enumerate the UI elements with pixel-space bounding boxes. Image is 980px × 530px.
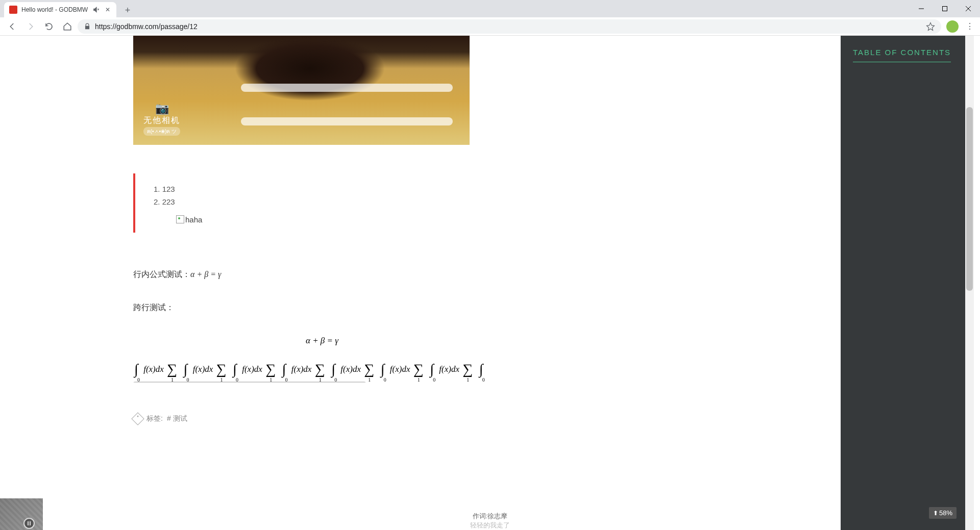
broken-image-alt: haha	[185, 215, 202, 224]
new-tab-button[interactable]: +	[120, 3, 135, 17]
toc-title: TABLE OF CONTENTS	[853, 48, 951, 62]
hero-image: 📷 无他相机 ฅ(•ㅅ•❀)ฅ ツ	[133, 36, 470, 145]
lyric-line-1: 作词:徐志摩	[470, 512, 510, 521]
pause-icon[interactable]	[23, 518, 35, 529]
close-tab-icon[interactable]: ✕	[104, 6, 111, 13]
list-item: 223	[154, 197, 511, 206]
window-controls	[910, 0, 980, 17]
article: 📷 无他相机 ฅ(•ㅅ•❀)ฅ ツ 123 223 haha 行内公式测试：α …	[133, 36, 511, 423]
mute-icon[interactable]	[93, 6, 100, 13]
broken-image-icon	[176, 215, 184, 223]
tags-value[interactable]: # 测试	[167, 414, 187, 423]
minimize-button[interactable]	[910, 0, 933, 17]
media-player-thumb[interactable]: ›	[0, 498, 43, 530]
toc-sidebar: TABLE OF CONTENTS	[841, 36, 965, 530]
back-button[interactable]	[4, 18, 20, 35]
browser-tab[interactable]: Hello world! - GODBMW ✕	[4, 2, 116, 17]
browser-titlebar: Hello world! - GODBMW ✕ +	[0, 0, 980, 17]
profile-avatar[interactable]	[946, 20, 959, 33]
block-math-label: 跨行测试：	[133, 302, 511, 313]
inline-math-row: 行内公式测试：α + β = γ	[133, 269, 511, 280]
horizontal-scrollbar[interactable]	[133, 382, 366, 383]
watermark-sub: ฅ(•ㅅ•❀)ฅ ツ	[143, 127, 180, 136]
scrollbar-thumb[interactable]	[966, 107, 973, 291]
broken-image: haha	[176, 215, 202, 224]
page-viewport: 📷 无他相机 ฅ(•ㅅ•❀)ฅ ツ 123 223 haha 行内公式测试：α …	[0, 36, 980, 530]
arrow-up-icon: ⬆	[933, 510, 938, 517]
lock-icon	[84, 23, 91, 30]
article-scroll[interactable]: 📷 无他相机 ฅ(•ㅅ•❀)ฅ ツ 123 223 haha 行内公式测试：α …	[11, 36, 636, 530]
browser-menu-button[interactable]: ⋮	[964, 20, 976, 33]
blockquote: 123 223 haha	[133, 173, 511, 233]
url-text: https://godbmw.com/passage/12	[95, 22, 198, 31]
camera-icon: 📷	[143, 102, 180, 115]
bookmark-icon[interactable]	[926, 22, 935, 31]
list-item: 123	[154, 185, 511, 193]
tags-row: 标签: # 测试	[133, 414, 511, 423]
lyrics-overlay: 作词:徐志摩 轻轻的我走了	[470, 512, 510, 530]
address-bar: https://godbmw.com/passage/12 ⋮	[0, 17, 980, 36]
reload-button[interactable]	[41, 18, 57, 35]
scroll-to-top-button[interactable]: ⬆ 58%	[929, 507, 957, 519]
maximize-button[interactable]	[933, 0, 957, 17]
tag-icon	[131, 412, 144, 425]
svg-rect-1	[943, 7, 947, 11]
tags-label: 标签:	[146, 414, 163, 423]
math-overflow-row[interactable]: ∫10 f(x)dx ∑21 ∫10 f(x)dx ∑21 ∫10 f(x)dx…	[133, 361, 511, 383]
inline-math-label: 行内公式测试：	[133, 270, 190, 279]
lyric-line-2: 轻轻的我走了	[470, 521, 510, 530]
tab-favicon	[9, 6, 17, 14]
forward-button[interactable]	[22, 18, 39, 35]
block-math-eq: α + β = γ	[133, 336, 511, 346]
scroll-percentage: 58%	[939, 509, 952, 517]
inline-math-eq: α + β = γ	[190, 270, 221, 279]
tab-title: Hello world! - GODBMW	[21, 6, 89, 13]
image-watermark: 📷 无他相机 ฅ(•ㅅ•❀)ฅ ツ	[143, 102, 180, 136]
close-window-button[interactable]	[957, 0, 980, 17]
page-scrollbar[interactable]	[965, 36, 974, 530]
home-button[interactable]	[59, 18, 76, 35]
watermark-text: 无他相机	[143, 115, 180, 126]
url-input[interactable]: https://godbmw.com/passage/12	[78, 19, 941, 34]
